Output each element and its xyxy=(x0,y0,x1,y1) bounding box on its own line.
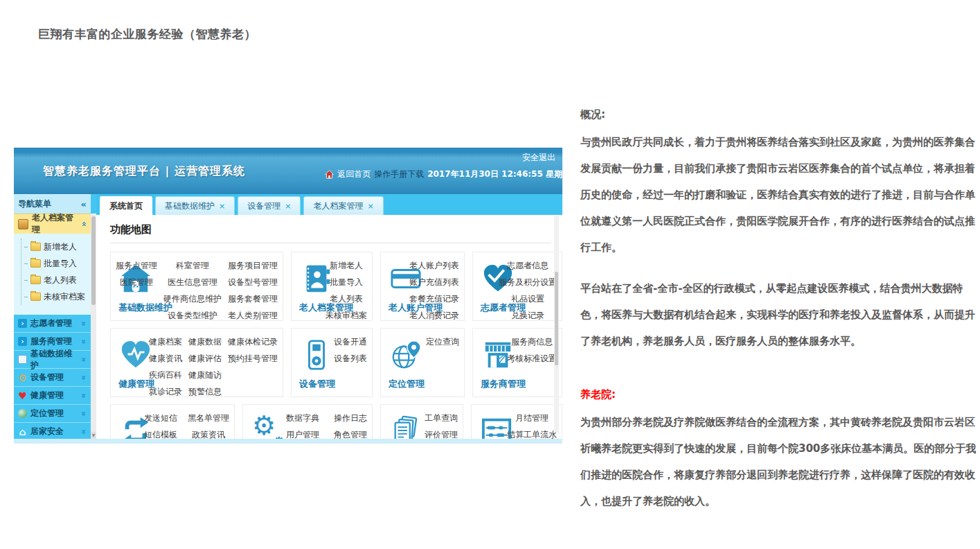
close-tab-icon[interactable]: × xyxy=(219,202,225,211)
card-link[interactable]: 设备列表 xyxy=(334,353,367,365)
chevron-down-icon[interactable]: » xyxy=(79,411,89,417)
sidebar-folder-item[interactable]: 老人列表 xyxy=(24,272,91,288)
card-link[interactable]: 定位查询 xyxy=(426,336,459,348)
card-link[interactable]: 设备型号管理 xyxy=(228,277,278,288)
card-link[interactable]: 政策资讯 xyxy=(192,429,225,439)
card-link[interactable]: 新增老人 xyxy=(330,260,363,272)
card-title[interactable]: 志愿者管理 xyxy=(481,302,526,314)
card-link[interactable]: 科室管理 xyxy=(176,260,209,272)
sidebar-item-基础数据维护[interactable]: 基础数据维护» xyxy=(14,351,91,369)
card-link[interactable]: 预警信息 xyxy=(188,386,222,398)
folder-icon xyxy=(30,293,41,301)
card-link[interactable]: 数据字典 xyxy=(286,412,319,424)
function-card-基础数据维护: 服务点管理医院管理科室管理医生信息管理硬件商信息维护设备类型维护服务项目管理设备… xyxy=(110,252,283,321)
sidebar-item-elder-archive[interactable]: 老人档案管理 » xyxy=(14,214,91,234)
card-link[interactable]: 批量导入 xyxy=(330,277,363,288)
close-tab-icon[interactable]: × xyxy=(285,202,291,211)
home-icon xyxy=(325,170,334,179)
chevron-down-icon[interactable]: » xyxy=(79,429,89,435)
sidebar-item-居家安全[interactable]: ⌂居家安全» xyxy=(14,423,91,439)
tab-设备管理[interactable]: 设备管理× xyxy=(238,196,301,215)
chevron-down-icon[interactable]: » xyxy=(79,375,89,381)
sidebar-folder-item[interactable]: 未核审档案 xyxy=(24,288,91,305)
folder-icon xyxy=(30,243,41,251)
chevron-down-icon[interactable]: » xyxy=(79,357,89,363)
chevron-down-icon[interactable]: » xyxy=(79,393,89,399)
heartpulse-icon xyxy=(120,339,152,371)
card-link[interactable]: 发送短信 xyxy=(144,412,177,424)
sidebar-item-设备管理[interactable]: ⚙设备管理» xyxy=(14,369,91,387)
sidebar-scroll-down-icon[interactable]: ▼ xyxy=(91,432,96,439)
close-tab-icon[interactable]: × xyxy=(367,202,373,211)
card-link[interactable]: 工单查询 xyxy=(425,412,458,424)
device-icon xyxy=(301,339,332,371)
function-card-定位管理: 定位查询定位管理 xyxy=(380,328,465,397)
card-link[interactable]: 医生信息管理 xyxy=(168,277,217,288)
content-scrollbar-thumb[interactable] xyxy=(555,272,558,365)
function-card-设备管理: 设备开通设备列表设备管理 xyxy=(291,328,373,397)
card-title[interactable]: 老人账户管理 xyxy=(389,302,443,314)
article: 概况: 与贵州民政厅共同成长，着力于贵州将医养结合落实到社区及家庭，为贵州的医养… xyxy=(580,101,980,529)
logout-link[interactable]: 安全退出 xyxy=(522,152,555,162)
card-title[interactable]: 服务商管理 xyxy=(481,378,526,390)
tab-系统首页[interactable]: 系统首页 xyxy=(100,196,152,215)
function-card: 发送短信短信模板知识库管理黑名单管理政策资讯发送记录 xyxy=(110,404,235,439)
card-link[interactable]: 评价管理 xyxy=(425,429,458,439)
card-link[interactable]: 角色管理 xyxy=(334,429,367,439)
card-link[interactable]: 健康随访 xyxy=(188,369,222,381)
card-link[interactable]: 健康评估 xyxy=(188,353,222,365)
card-link[interactable]: 健康体检记录 xyxy=(228,336,278,348)
tab-老人档案管理[interactable]: 老人档案管理× xyxy=(303,196,383,215)
card-link[interactable]: 设备类型维护 xyxy=(168,310,217,322)
card-link[interactable]: 预约挂号管理 xyxy=(228,353,278,365)
chevron-down-icon[interactable]: » xyxy=(79,339,89,345)
chevron-down-icon[interactable]: » xyxy=(79,321,89,326)
sidebar-scrollbar-thumb[interactable] xyxy=(91,216,96,305)
archive-icon xyxy=(18,219,28,229)
sidebar-item-志愿者管理[interactable]: ›志愿者管理» xyxy=(14,315,91,333)
card-link[interactable]: 黑名单管理 xyxy=(188,412,229,424)
sidebar-scrollbar[interactable]: ▼ xyxy=(91,194,96,439)
sidebar-item-定位管理[interactable]: 定位管理» xyxy=(14,405,91,423)
card-link[interactable]: 医院管理 xyxy=(120,277,153,288)
card-link[interactable]: 服务项目管理 xyxy=(228,260,278,272)
card-link[interactable]: 用户管理 xyxy=(286,429,319,439)
docs-icon xyxy=(390,415,422,439)
sidebar-folder-item[interactable]: 批量导入 xyxy=(24,255,91,272)
card-link[interactable]: 健康档案 xyxy=(149,336,182,348)
card-title[interactable]: 基础数据维护 xyxy=(118,302,172,314)
card-link[interactable]: 志愿者信息 xyxy=(507,260,549,272)
card-link[interactable]: 考核标准设置 xyxy=(507,353,557,365)
card-row: 服务点管理医院管理科室管理医生信息管理硬件商信息维护设备类型维护服务项目管理设备… xyxy=(110,252,552,321)
card-link[interactable]: 设备开通 xyxy=(334,336,367,348)
card-link[interactable]: 短信模板 xyxy=(144,429,177,439)
card-link[interactable]: 账户充值列表 xyxy=(409,277,459,288)
card-link[interactable]: 操作日志 xyxy=(334,412,367,424)
tab-bar: 系统首页基础数据维护×设备管理×老人档案管理× xyxy=(96,194,562,215)
manual-download-link[interactable]: 操作手册下载 xyxy=(374,168,424,180)
card-link[interactable]: 老人账户列表 xyxy=(409,260,459,272)
tab-基础数据维护[interactable]: 基础数据维护× xyxy=(155,196,235,215)
card-title[interactable]: 老人档案管理 xyxy=(299,302,353,314)
chevron-up-icon[interactable]: » xyxy=(79,221,89,227)
collapse-sidebar-icon[interactable]: « xyxy=(81,199,87,209)
card-link[interactable]: 老人类别管理 xyxy=(228,310,278,322)
card-title[interactable]: 设备管理 xyxy=(299,378,335,390)
sidebar: 导航菜单 « 老人档案管理 » 新增老人批量导入老人列表未核审档案 ›志愿者管理… xyxy=(14,194,96,439)
card-title[interactable]: 健康管理 xyxy=(118,378,154,390)
overview-label: 概况: xyxy=(580,101,980,128)
card-link[interactable]: 月结管理 xyxy=(515,412,549,424)
home-link[interactable]: 返回首页 xyxy=(337,168,371,180)
card-link[interactable]: 健康数据 xyxy=(188,336,222,348)
card-link[interactable]: 健康资讯 xyxy=(149,353,182,365)
card-link[interactable]: 服务商信息 xyxy=(511,336,553,348)
sidebar-item-健康管理[interactable]: ♥健康管理» xyxy=(14,387,91,405)
nav-menu-header: 导航菜单 « xyxy=(14,194,91,214)
card-link[interactable]: 结算工单流水 xyxy=(507,429,557,439)
card-link[interactable]: 服务点管理 xyxy=(116,260,157,272)
card-link[interactable]: 服务套餐管理 xyxy=(228,293,278,305)
content-scrollbar[interactable] xyxy=(554,216,559,433)
sidebar-folder-item[interactable]: 新增老人 xyxy=(24,238,91,255)
card-link[interactable]: 服务及积分设置 xyxy=(499,277,557,288)
card-title[interactable]: 定位管理 xyxy=(389,378,425,390)
